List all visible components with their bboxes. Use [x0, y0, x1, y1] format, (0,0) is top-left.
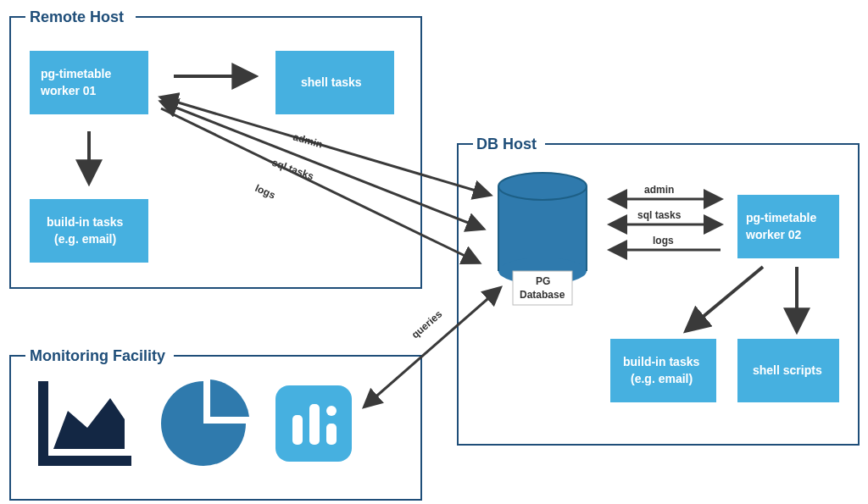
node-database: PG Database [498, 173, 587, 305]
arrow-queries: queries [364, 288, 500, 407]
edge-db-admin: admin [644, 184, 674, 196]
node-builtin-db: build-in tasks (e.g. email) [610, 339, 716, 402]
svg-rect-22 [610, 339, 716, 402]
edge-remote-admin: admin [292, 130, 324, 150]
svg-text:pg-timetable: pg-timetable [746, 211, 816, 224]
svg-text:worker 02: worker 02 [745, 228, 802, 241]
edge-remote-logs: logs [253, 182, 278, 202]
svg-text:pg-timetable: pg-timetable [41, 67, 111, 80]
svg-text:shell tasks: shell tasks [301, 75, 362, 89]
svg-rect-33 [292, 415, 303, 445]
svg-text:shell scripts: shell scripts [753, 363, 822, 377]
group-dbhost-title: DB Host [476, 136, 537, 152]
group-remote-host: Remote Host pg-timetable worker 01 shell… [10, 8, 421, 288]
group-monitoring: Monitoring Facility [10, 347, 421, 500]
svg-point-36 [326, 406, 337, 416]
svg-text:Database: Database [520, 289, 565, 301]
svg-rect-34 [309, 404, 320, 445]
bar-chart-icon [275, 385, 352, 462]
edge-queries: queries [409, 307, 445, 341]
node-shell-scripts: shell scripts [737, 339, 839, 402]
edge-db-sqltasks: sql tasks [637, 209, 682, 221]
svg-rect-19 [737, 195, 839, 258]
group-monitoring-title: Monitoring Facility [30, 347, 165, 364]
svg-rect-2 [30, 51, 148, 114]
svg-line-38 [161, 102, 483, 229]
edge-db-logs: logs [653, 235, 674, 246]
node-builtin-remote: build-in tasks (e.g. email) [30, 199, 148, 263]
group-db-host: DB Host PG Database pg-timetable worker … [458, 136, 859, 445]
svg-text:(e.g. email): (e.g. email) [54, 232, 116, 246]
node-worker01: pg-timetable worker 01 [30, 51, 148, 114]
svg-rect-7 [30, 199, 148, 263]
arrows-db-worker02: admin sql tasks logs [610, 184, 721, 250]
svg-line-39 [161, 108, 479, 263]
area-chart-icon [38, 381, 131, 466]
svg-rect-35 [326, 424, 337, 445]
pie-chart-icon [161, 379, 249, 466]
node-shell-tasks: shell tasks [275, 51, 394, 114]
svg-line-40 [364, 288, 500, 407]
group-remote-title: Remote Host [30, 8, 124, 25]
svg-text:build-in tasks: build-in tasks [623, 355, 699, 368]
svg-text:PG: PG [536, 275, 550, 287]
svg-text:(e.g. email): (e.g. email) [631, 372, 693, 385]
node-worker02: pg-timetable worker 02 [737, 195, 839, 258]
arrow-worker02-builtin [687, 267, 763, 330]
arrows-remote-db: admin sql tasks logs [161, 97, 490, 263]
svg-text:worker 01: worker 01 [40, 84, 97, 97]
svg-text:build-in tasks: build-in tasks [47, 215, 123, 229]
